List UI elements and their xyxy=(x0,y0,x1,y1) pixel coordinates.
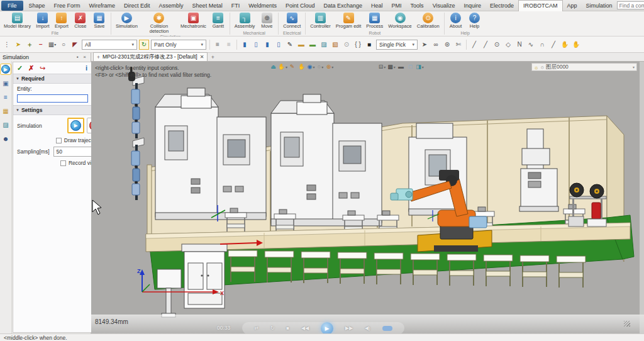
spline-tool-icon[interactable]: ∿ xyxy=(526,40,536,50)
trim-icon[interactable]: ✄ xyxy=(453,40,464,50)
volume-button[interactable]: ◀) xyxy=(365,325,370,331)
viewport-scrollbar[interactable] xyxy=(640,62,644,333)
component-icon[interactable]: ▧ xyxy=(330,40,340,50)
cancel-icon[interactable]: ✗ xyxy=(26,64,36,72)
drag-hand-icon[interactable]: ✋ xyxy=(297,63,306,70)
ribbon-button-progam-edit[interactable]: ✎Progam edit xyxy=(333,12,364,30)
menu-pmi[interactable]: PMI xyxy=(387,0,406,11)
ribbon-button-process[interactable]: ▦Process xyxy=(364,12,386,30)
line-tool-icon[interactable]: ╱ xyxy=(469,40,479,50)
document-tab[interactable]: + MPGI-2301完成2程序修改.Z3 - [Default] ✕ xyxy=(93,52,208,61)
loop-button[interactable]: ↻ xyxy=(270,325,275,331)
sim-play-tab-icon[interactable]: ▶ xyxy=(0,64,11,75)
folder-open-icon[interactable]: ▬ xyxy=(308,40,318,50)
play-playback-button[interactable]: ▶ xyxy=(321,322,333,334)
pick-cursor-icon[interactable]: ➤ xyxy=(419,40,430,50)
apply-exit-icon[interactable]: ↪ xyxy=(38,64,47,72)
show-point-icon[interactable]: ▯ xyxy=(274,40,284,50)
ribbon-button-import[interactable]: ↓Import xyxy=(33,12,52,30)
menu-point-cloud[interactable]: Point Cloud xyxy=(281,0,319,11)
menu-weldments[interactable]: Weldments xyxy=(244,0,281,11)
operator-tab-icon[interactable]: ☻ xyxy=(0,133,11,144)
menu-shape[interactable]: Shape xyxy=(25,0,50,11)
info-icon[interactable]: i xyxy=(82,64,91,72)
background-icon[interactable]: □ xyxy=(406,63,414,70)
ribbon-button-mechatronic[interactable]: ▣Mechatronic xyxy=(178,12,209,30)
menu-heal[interactable]: Heal xyxy=(367,0,387,11)
select-cursor-icon[interactable]: ➤ xyxy=(13,40,23,50)
stop-playback-button[interactable]: ■ xyxy=(286,325,289,331)
show-datum-icon[interactable]: ▮ xyxy=(240,40,250,50)
filter-dropdown[interactable]: All▾ xyxy=(82,40,137,50)
layer-control[interactable]: ☼ ○ 图层0000 ▾ xyxy=(531,63,637,71)
display-filter-icon[interactable]: ≡ xyxy=(213,40,223,50)
pan-hand-icon[interactable]: ✋ xyxy=(560,40,570,50)
layer-dropdown-icon[interactable]: ▾ xyxy=(633,65,635,69)
menu-wireframe[interactable]: Wireframe xyxy=(85,0,120,11)
ribbon-button-help[interactable]: ?Help xyxy=(465,12,484,30)
show-axis-icon[interactable]: ▯ xyxy=(251,40,261,50)
menu-direct-edit[interactable]: Direct Edit xyxy=(119,0,155,11)
menu-simulation[interactable]: Simulation xyxy=(582,0,617,11)
layer-circle-icon[interactable]: ○ xyxy=(541,64,544,70)
loop-select-icon[interactable]: ⊛ xyxy=(442,40,452,50)
view-sphere-icon[interactable]: ○▾ xyxy=(316,63,325,70)
image-layer-icon[interactable]: ▨ xyxy=(319,40,329,50)
pick-hand-icon[interactable]: ✋▾ xyxy=(279,63,287,70)
layer-bulb-icon[interactable]: ☼ xyxy=(534,64,539,70)
display-filter-alt-icon[interactable]: ≡ xyxy=(224,40,234,50)
ray-tool-icon[interactable]: ╱ xyxy=(548,40,558,50)
add-icon[interactable]: ＋ xyxy=(25,40,35,50)
line2-tool-icon[interactable]: ╱ xyxy=(480,40,491,50)
expression-braces-icon[interactable]: { } xyxy=(353,40,363,50)
ribbon-button-move[interactable]: ⊕Move xyxy=(257,12,276,30)
draw-trajectory-checkbox[interactable] xyxy=(56,138,62,143)
entity-filter-icon[interactable]: ◤ xyxy=(70,40,80,50)
resize-grip-icon[interactable] xyxy=(624,321,630,327)
menu-irobotcam[interactable]: IROBOTCAM xyxy=(518,0,563,11)
forward-button[interactable]: ▶▶ xyxy=(345,325,353,331)
drag-handle-icon[interactable]: ⋮ xyxy=(2,40,12,50)
ribbon-button-model-library[interactable]: ▤Model library xyxy=(1,12,33,30)
menu-inquire[interactable]: Inquire xyxy=(459,0,486,11)
ribbon-button-save[interactable]: ▦Save xyxy=(90,12,109,30)
record-video-checkbox[interactable] xyxy=(60,160,66,166)
menu-tools[interactable]: Tools xyxy=(406,0,428,11)
command-search[interactable] xyxy=(617,1,644,9)
workspace-tab-icon[interactable]: ▦ xyxy=(0,105,11,116)
ribbon-button-controller[interactable]: ▥Controller xyxy=(308,12,333,30)
file-menu-button[interactable]: File xyxy=(1,1,23,11)
command-search-input[interactable] xyxy=(619,3,644,9)
menu-sheet-metal[interactable]: Sheet Metal xyxy=(188,0,227,11)
panel-pin-icon[interactable]: ▪ xyxy=(74,53,81,60)
circle-tool-icon[interactable]: ⊙ xyxy=(492,40,502,50)
solid-display-icon[interactable]: ■ xyxy=(364,40,374,50)
ribbon-button-simulation[interactable]: ▶Simulation xyxy=(113,12,140,30)
scene-tab-icon[interactable]: ▨ xyxy=(0,119,11,130)
menu-app[interactable]: App xyxy=(563,0,582,11)
regen-icon[interactable]: ↻ xyxy=(139,40,149,50)
polygon-tool-icon[interactable]: ◇ xyxy=(503,40,513,50)
folder-icon[interactable]: ▬ xyxy=(296,40,306,50)
menu-fti[interactable]: FTI xyxy=(227,0,245,11)
menu-free-form[interactable]: Free Form xyxy=(50,0,85,11)
shuffle-button[interactable]: ⇄ xyxy=(254,325,258,331)
speed-control[interactable] xyxy=(382,326,392,331)
new-tab-button[interactable]: + xyxy=(208,53,218,61)
ribbon-button-about[interactable]: iAbout xyxy=(447,12,465,30)
shading-mode-icon[interactable]: ▩▾ xyxy=(387,63,396,70)
chain-select-icon[interactable]: ∞ xyxy=(431,40,441,50)
entity-input[interactable] xyxy=(17,94,88,103)
ribbon-button-export[interactable]: ↑Export xyxy=(52,12,71,30)
grab-hand-icon[interactable]: ✋ xyxy=(571,40,581,50)
annotation-pen-icon[interactable]: ✎ xyxy=(285,40,295,50)
polyline-tool-icon[interactable]: N xyxy=(514,40,525,50)
show-plane-icon[interactable]: ▮ xyxy=(262,40,272,50)
menu-visualize[interactable]: Visualize xyxy=(428,0,460,11)
viewport-canvas[interactable]: Z X <right-click> for xyxy=(91,62,644,333)
ribbon-button-connect[interactable]: ∿Connect xyxy=(280,12,303,30)
history-clock-icon[interactable]: ⊙ xyxy=(341,40,352,50)
menu-assembly[interactable]: Assembly xyxy=(155,0,188,11)
ribbon-button-calibration[interactable]: ⊙Calibration xyxy=(414,12,442,30)
circle-select-icon[interactable]: ○ xyxy=(58,40,69,50)
